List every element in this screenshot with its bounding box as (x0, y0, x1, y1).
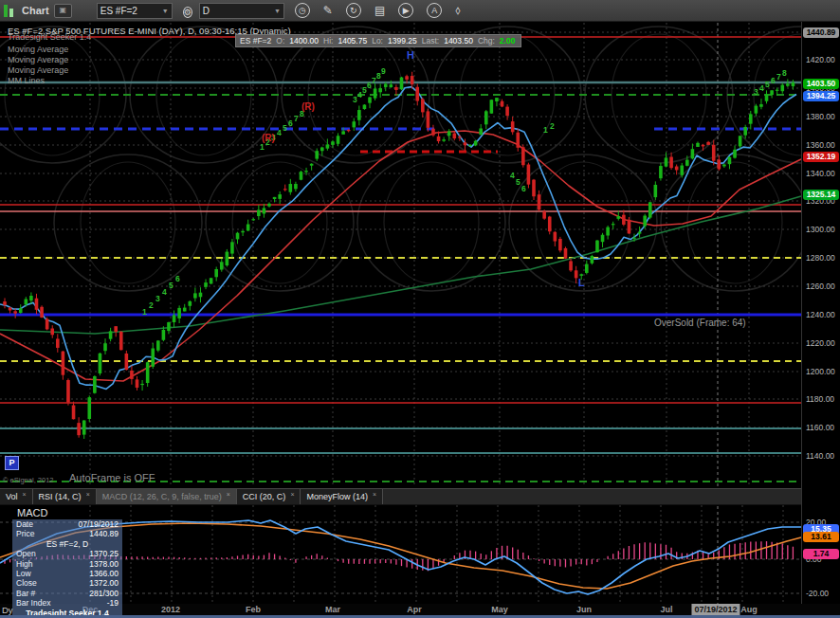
candlestick (374, 88, 377, 98)
candlestick (442, 139, 446, 140)
candlestick (162, 330, 166, 340)
symbol-input[interactable]: ES #F=2 ▼ (97, 3, 173, 19)
candlestick (3, 301, 7, 305)
interval-input[interactable]: D ▼ (199, 3, 284, 19)
candlestick (352, 121, 356, 127)
reload-icon[interactable]: ↻ (346, 3, 361, 18)
candlestick (770, 90, 774, 95)
candlestick (267, 204, 271, 207)
chart-canvas[interactable]: 12345678345678912345645612345678 (0, 0, 840, 618)
candlestick (484, 111, 488, 124)
candlestick (722, 165, 726, 167)
candlestick (654, 185, 658, 197)
candlestick (72, 406, 76, 420)
candlestick (548, 217, 552, 232)
candlestick (569, 261, 573, 270)
close-icon[interactable]: × (86, 491, 90, 498)
price-tick: 1240.00 (806, 310, 835, 319)
dw-value: 07/19/2012 (78, 519, 119, 529)
data-window-row: Bar #281/300 (12, 589, 122, 598)
chg-value: 2.00 (500, 36, 516, 45)
candlestick (501, 101, 504, 107)
candlestick (743, 127, 747, 136)
resistance-marker: (R) (301, 101, 315, 112)
watermark-circle (687, 162, 782, 283)
candlestick (490, 100, 494, 113)
auto-circle-icon[interactable]: A (427, 3, 442, 18)
candlestick (99, 354, 102, 373)
status-text: Dy (2, 605, 13, 615)
legend-item[interactable]: Tradesight Seeker 1.4 (8, 32, 91, 42)
chevron-down-icon[interactable]: ▼ (274, 8, 281, 14)
tab-macd[interactable]: MACD (12, 26, C, 9, false, true)× (97, 489, 237, 504)
candlestick (718, 159, 721, 169)
tab-rsi[interactable]: RSI (14, C)× (33, 489, 97, 504)
price-axis[interactable]: 1420.001400.001380.001360.001340.001320.… (801, 21, 840, 604)
draw-pencil-icon[interactable]: ✎ (323, 3, 333, 18)
candlestick (9, 307, 12, 310)
data-window-row: Close1372.00 (12, 578, 122, 588)
candlestick (495, 98, 499, 101)
tab-vol[interactable]: Vol× (0, 489, 33, 504)
quote-note-icon[interactable]: ▤ (374, 3, 385, 18)
candlestick (140, 384, 144, 385)
candlestick (236, 233, 240, 240)
candlestick (691, 149, 695, 158)
legend-item[interactable]: MM Lines (8, 76, 45, 85)
interval-clock-icon[interactable]: ◷ (295, 3, 310, 18)
candlestick (479, 128, 483, 135)
tab-moneyflow[interactable]: MoneyFlow (14)× (301, 489, 383, 504)
legend-item[interactable]: Moving Average (8, 55, 68, 64)
candlestick (474, 141, 478, 146)
layout-badge-icon[interactable]: ▣ (54, 4, 72, 18)
symbol-lookup-icon[interactable]: ⚙ (183, 7, 192, 18)
legend-item[interactable]: Moving Average (8, 45, 68, 54)
quote-symbol: ES #F=2 (240, 36, 271, 45)
candlestick (300, 172, 303, 180)
chevron-down-icon[interactable]: ▼ (162, 8, 169, 14)
candlestick (87, 397, 91, 419)
candlestick (273, 197, 277, 199)
candlestick (759, 104, 763, 107)
candlestick (712, 145, 716, 161)
close-icon[interactable]: × (290, 491, 294, 498)
candlestick (46, 319, 49, 330)
candlestick (50, 329, 54, 336)
tab-label: CCI (20, C) (243, 492, 286, 501)
candlestick (554, 232, 557, 242)
data-window-row: Open1370.25 (12, 549, 122, 558)
candlestick (511, 121, 515, 132)
watermark-circle (206, 154, 354, 291)
price-tick: 1140.00 (806, 451, 834, 461)
candlestick (792, 82, 795, 86)
candlestick (728, 157, 732, 164)
close-icon[interactable]: × (373, 491, 376, 498)
candlestick (542, 211, 546, 218)
data-window-row: Date07/19/2012 (12, 519, 122, 529)
price-bubble: 1403.50 (803, 79, 839, 89)
price-tick: 1160.00 (806, 423, 834, 432)
candlestick (696, 143, 700, 147)
candlestick (643, 216, 647, 227)
time-label: Jun (576, 605, 592, 614)
candlestick (247, 225, 250, 231)
dw-label: High (16, 559, 32, 569)
candlestick (421, 100, 425, 113)
swing-low-marker: L (578, 277, 585, 288)
candlestick (19, 308, 23, 313)
candlestick (575, 270, 578, 278)
close-icon[interactable]: × (227, 491, 230, 498)
candlestick (226, 252, 229, 265)
candlestick (564, 248, 568, 259)
tab-cci[interactable]: CCI (20, C)× (237, 489, 301, 504)
candlestick (733, 150, 737, 158)
play-circle-icon[interactable]: ▶ (398, 3, 413, 18)
trading-chart-window: { "toolbar": { "title": "Chart", "badge_… (0, 0, 840, 618)
candlestick (749, 114, 753, 123)
eraser-icon[interactable]: ⬨ (455, 3, 460, 18)
wave-count-digit: 7 (294, 114, 299, 123)
close-icon[interactable]: × (23, 491, 27, 498)
autoframe-status: AutoFrame is OFF (69, 472, 155, 483)
legend-item[interactable]: Moving Average (8, 65, 68, 75)
candlestick (251, 219, 255, 220)
